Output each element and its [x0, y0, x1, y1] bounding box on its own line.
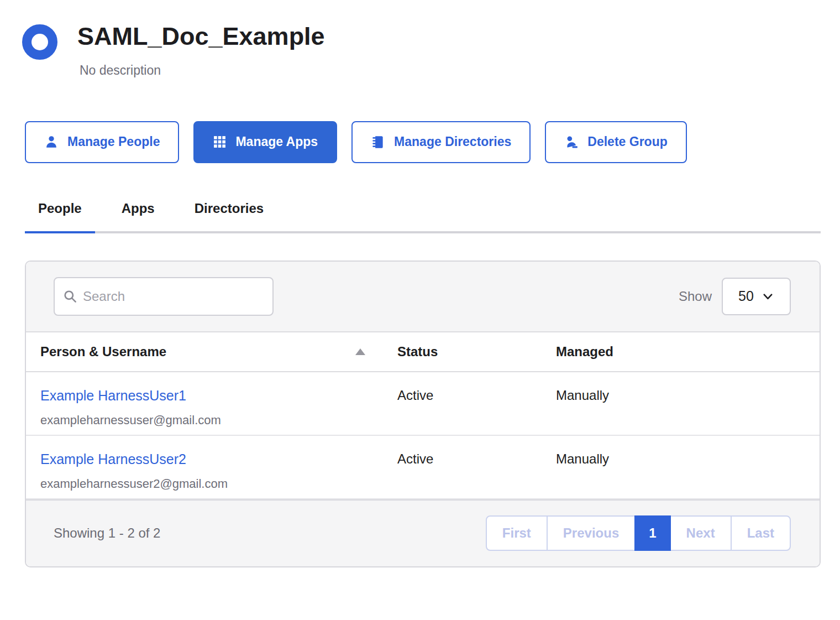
tab-bar: People Apps Directories	[25, 201, 821, 233]
table-header-row: Person & Username Status Managed	[26, 332, 820, 372]
delete-group-button[interactable]: Delete Group	[545, 121, 686, 163]
pagination-next-button[interactable]: Next	[670, 515, 732, 551]
page-size-control: Show 50	[679, 278, 791, 315]
column-header-label: Person & Username	[40, 344, 166, 360]
directory-icon	[371, 135, 385, 149]
people-table-card: Show 50 Person & Username Status Managed…	[25, 260, 821, 567]
person-link[interactable]: Example HarnessUser1	[40, 388, 186, 403]
person-cell: Example HarnessUser2 exampleharnessuser2…	[26, 451, 383, 498]
pagination-last-button[interactable]: Last	[731, 515, 791, 551]
status-cell: Active	[383, 451, 542, 498]
group-description: No description	[80, 63, 325, 78]
tab-label: Apps	[122, 201, 155, 216]
pagination: First Previous 1 Next Last	[486, 515, 791, 551]
search-input[interactable]	[82, 288, 265, 305]
group-page: SAML_Doc_Example No description Manage P…	[0, 0, 840, 567]
manage-directories-button[interactable]: Manage Directories	[351, 121, 531, 163]
status-cell: Active	[383, 388, 542, 435]
pagination-page-1-button[interactable]: 1	[634, 515, 670, 551]
table-footer: Showing 1 - 2 of 2 First Previous 1 Next…	[26, 499, 820, 566]
tab-apps[interactable]: Apps	[108, 201, 168, 233]
pagination-previous-button[interactable]: Previous	[547, 515, 636, 551]
table-toolbar: Show 50	[26, 262, 820, 332]
person-cell: Example HarnessUser1 exampleharnessuser@…	[26, 388, 383, 435]
person-link[interactable]: Example HarnessUser2	[40, 451, 186, 467]
button-label: Manage People	[67, 134, 160, 149]
person-icon	[44, 135, 59, 149]
button-label: Manage Directories	[394, 134, 511, 149]
chevron-down-icon	[762, 290, 774, 303]
show-label: Show	[679, 289, 712, 304]
managed-cell: Manually	[542, 451, 820, 498]
page-size-select[interactable]: 50	[722, 278, 791, 315]
search-icon	[62, 289, 77, 304]
button-label: Delete Group	[587, 134, 667, 149]
manage-people-button[interactable]: Manage People	[25, 121, 179, 163]
column-header-status[interactable]: Status	[383, 344, 542, 360]
tab-label: Directories	[195, 201, 264, 216]
column-header-person[interactable]: Person & Username	[26, 344, 383, 360]
manage-apps-button[interactable]: Manage Apps	[193, 121, 337, 163]
group-header: SAML_Doc_Example No description	[0, 0, 840, 78]
tab-directories[interactable]: Directories	[181, 201, 277, 233]
action-button-row: Manage People Manage Apps Manage Directo…	[25, 121, 840, 163]
results-summary: Showing 1 - 2 of 2	[54, 525, 160, 541]
group-ring-icon	[22, 24, 57, 60]
tab-people[interactable]: People	[25, 201, 95, 233]
sort-ascending-icon	[355, 348, 365, 355]
tab-label: People	[38, 201, 82, 216]
person-username: exampleharnessuser2@gmail.com	[40, 477, 383, 491]
page-title: SAML_Doc_Example	[77, 22, 325, 51]
person-username: exampleharnessuser@gmail.com	[40, 413, 383, 428]
column-header-managed[interactable]: Managed	[542, 344, 820, 360]
table-row: Example HarnessUser2 exampleharnessuser2…	[26, 436, 820, 499]
pagination-first-button[interactable]: First	[486, 515, 548, 551]
page-size-value: 50	[738, 288, 754, 304]
table-row: Example HarnessUser1 exampleharnessuser@…	[26, 372, 820, 436]
managed-cell: Manually	[542, 388, 820, 435]
header-text: SAML_Doc_Example No description	[77, 22, 325, 78]
button-label: Manage Apps	[235, 134, 318, 149]
search-box[interactable]	[54, 277, 274, 316]
apps-grid-icon	[213, 135, 227, 149]
person-remove-icon	[564, 135, 579, 149]
